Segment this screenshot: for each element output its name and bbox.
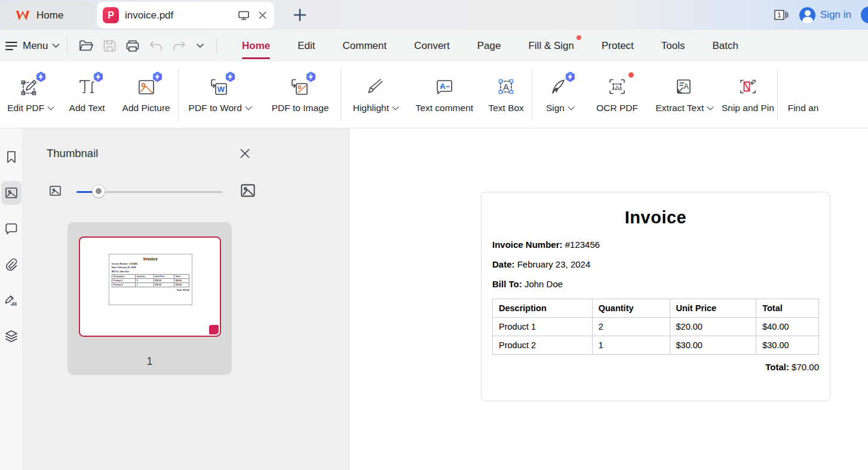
tab-convert[interactable]: Convert xyxy=(414,30,450,62)
invoice-total: Total: $70.00 xyxy=(492,362,819,372)
page-thumbnail-card[interactable]: Invoice Invoice Number: #123456 Date: Fe… xyxy=(68,222,232,375)
table-row: Product 2 1 $30.00 $30.00 xyxy=(493,336,819,355)
bookmark-panel-button[interactable] xyxy=(1,145,22,169)
add-picture-icon xyxy=(136,76,157,97)
invoice-number-field: Invoice Number: #123456 xyxy=(492,239,819,250)
new-tab-button[interactable] xyxy=(293,8,307,22)
notification-dot xyxy=(576,35,581,40)
tab-page[interactable]: Page xyxy=(477,30,501,62)
left-panel-strip xyxy=(0,128,23,470)
add-text-icon xyxy=(76,76,98,97)
text-comment-button[interactable]: A Text comment xyxy=(409,62,480,128)
comment-panel-button[interactable] xyxy=(1,217,22,241)
text-box-button[interactable]: A Text Box xyxy=(480,62,532,128)
thumbnail-panel-title: Thumbnail xyxy=(47,147,98,160)
comment-icon xyxy=(5,223,18,235)
thumbnail-panel-button[interactable] xyxy=(1,181,22,205)
window-count-icon[interactable]: 1 xyxy=(774,8,789,22)
extract-text-button[interactable]: A Extract Text xyxy=(649,62,719,128)
undo-icon[interactable] xyxy=(145,30,168,62)
ai-badge-icon xyxy=(152,71,163,82)
chevron-down-icon xyxy=(568,103,574,110)
svg-text:W: W xyxy=(217,85,225,94)
edit-pdf-button[interactable]: Edit PDF xyxy=(0,62,60,128)
home-tab-label: Home xyxy=(36,10,63,21)
ai-badge-icon xyxy=(305,71,317,82)
highlight-button[interactable]: Highlight xyxy=(341,62,409,128)
hamburger-menu-icon[interactable] xyxy=(5,30,18,62)
window-count: 1 xyxy=(777,11,781,19)
home-tab[interactable]: Home xyxy=(0,2,94,29)
pdf-to-image-button[interactable]: PDF to Image xyxy=(260,62,341,128)
add-text-button[interactable]: Add Text xyxy=(60,62,115,128)
chevron-down-icon xyxy=(707,103,714,110)
ai-badge-icon xyxy=(225,71,236,82)
history-chevron-down-icon[interactable] xyxy=(191,30,209,62)
page-number-label: 1 xyxy=(68,355,232,368)
close-panel-icon[interactable] xyxy=(239,148,251,159)
edit-pdf-icon xyxy=(19,76,41,97)
tab-edit[interactable]: Edit xyxy=(297,30,315,62)
invoice-date-field: Date: February 23, 2024 xyxy=(492,259,819,269)
ocr-pdf-icon: A xyxy=(606,76,628,97)
extract-text-icon: A xyxy=(673,76,694,97)
tab-protect[interactable]: Protect xyxy=(602,30,634,62)
sign-in-button[interactable]: Sign in xyxy=(799,7,851,23)
snip-and-pin-icon xyxy=(737,76,759,97)
thumbnail-icon xyxy=(5,187,18,199)
redo-icon[interactable] xyxy=(168,30,191,62)
close-tab-icon[interactable] xyxy=(258,11,267,20)
layers-icon xyxy=(4,330,19,343)
thumbnail-zoom-slider-row xyxy=(23,183,349,201)
menu-label[interactable]: Menu xyxy=(23,40,48,52)
attachment-icon xyxy=(5,258,18,271)
invoice-table: Description Quantity Unit Price Total Pr… xyxy=(492,299,819,355)
open-file-icon[interactable] xyxy=(75,30,98,62)
thumbnail-panel: Thumbnail Invoice Invoice Number: #12345… xyxy=(23,128,349,470)
document-canvas[interactable]: Invoice Invoice Number: #123456 Date: Fe… xyxy=(350,128,868,470)
invoice-content-block[interactable]: Invoice Invoice Number: #123456 Date: Fe… xyxy=(481,192,830,401)
divider xyxy=(216,38,217,54)
chevron-down-icon xyxy=(245,103,251,110)
table-header-row: Description Quantity Unit Price Total xyxy=(493,299,819,318)
slider-handle[interactable] xyxy=(92,185,105,198)
table-row: Product 1 2 $20.00 $40.00 xyxy=(493,318,819,336)
invoice-billto-field: Bill To: John Doe xyxy=(492,279,819,289)
save-icon[interactable] xyxy=(98,30,121,62)
signature-panel-button[interactable] xyxy=(1,288,22,312)
pdfelement-file-icon: P xyxy=(103,7,119,23)
ai-badge-icon xyxy=(93,71,104,82)
ocr-pdf-button[interactable]: A OCR PDF xyxy=(586,62,649,128)
attachment-panel-button[interactable] xyxy=(1,253,22,277)
mini-invoice-preview: Invoice Invoice Number: #123456 Date: Fe… xyxy=(109,254,192,305)
tab-fill-and-sign[interactable]: Fill & Sign xyxy=(528,30,574,62)
user-avatar-icon xyxy=(799,7,815,23)
ai-badge-icon xyxy=(35,71,47,82)
tab-batch[interactable]: Batch xyxy=(713,30,738,62)
print-icon[interactable] xyxy=(121,30,145,62)
snip-and-pin-button[interactable]: Snip and Pin xyxy=(719,62,777,128)
selected-corner-tag xyxy=(209,325,219,334)
add-picture-button[interactable]: Add Picture xyxy=(115,62,178,128)
document-tab-label: invoice.pdf xyxy=(125,10,238,21)
pdf-to-image-icon xyxy=(289,76,311,97)
chevron-down-icon xyxy=(48,103,54,110)
sign-in-label: Sign in xyxy=(820,9,851,21)
tab-comment[interactable]: Comment xyxy=(343,30,387,62)
layers-panel-button[interactable] xyxy=(1,324,22,348)
pdf-to-word-icon: W xyxy=(208,76,230,97)
highlight-icon xyxy=(364,76,385,97)
tab-tools[interactable]: Tools xyxy=(661,30,685,62)
sign-button[interactable]: Sign xyxy=(532,62,585,128)
ribbon-tabs: Home Edit Comment Convert Page Fill & Si… xyxy=(242,30,738,62)
page-thumbnail[interactable]: Invoice Invoice Number: #123456 Date: Fe… xyxy=(79,236,221,337)
wondershare-logo-icon xyxy=(16,10,30,21)
sign-icon xyxy=(548,76,570,97)
pdf-to-word-button[interactable]: W PDF to Word xyxy=(179,62,260,128)
menu-chevron-down-icon[interactable] xyxy=(52,30,60,62)
document-tab[interactable]: P invoice.pdf xyxy=(97,2,274,29)
tab-home[interactable]: Home xyxy=(242,30,270,62)
text-comment-icon: A xyxy=(434,76,455,97)
present-monitor-icon[interactable] xyxy=(238,10,250,21)
find-and-replace-button[interactable]: Find an xyxy=(778,62,868,128)
